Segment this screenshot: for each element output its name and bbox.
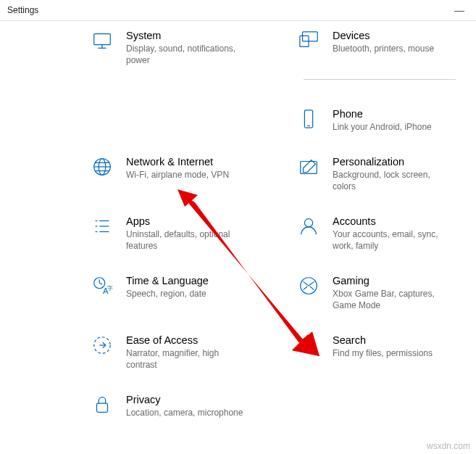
accounts-icon (296, 214, 321, 239)
category-gaming[interactable]: Gaming Xbox Game Bar, captures, Game Mod… (293, 272, 476, 313)
category-desc: Wi-Fi, airplane mode, VPN (126, 169, 229, 181)
category-system[interactable]: System Display, sound, notifications, po… (87, 27, 293, 67)
category-title: Apps (126, 214, 249, 228)
category-title: Personalization (333, 154, 456, 169)
category-title: Devices (333, 28, 434, 43)
svg-rect-31 (97, 403, 108, 412)
category-desc: Narrator, magnifier, high contrast (126, 347, 249, 371)
category-title: Accounts (333, 214, 456, 228)
category-title: Network & Internet (126, 154, 229, 169)
category-desc: Speech, region, date (126, 288, 209, 300)
category-time-language[interactable]: A字 Time & Language Speech, region, date (87, 272, 293, 313)
category-title: System (126, 28, 249, 43)
category-personalization[interactable]: Personalization Background, lock screen,… (293, 153, 476, 194)
category-desc: Link your Android, iPhone (333, 121, 432, 133)
category-network[interactable]: Network & Internet Wi-Fi, airplane mode,… (87, 153, 293, 194)
settings-home: System Display, sound, notifications, po… (0, 21, 476, 420)
category-title: Time & Language (126, 273, 209, 288)
category-ease-of-access[interactable]: Ease of Access Narrator, magnifier, high… (87, 331, 293, 372)
category-title: Search (333, 333, 433, 347)
system-icon (90, 28, 114, 53)
privacy-icon (90, 392, 114, 417)
category-desc: Xbox Game Bar, captures, Game Mode (333, 288, 456, 311)
category-title: Ease of Access (126, 333, 249, 347)
svg-rect-4 (303, 32, 318, 41)
svg-rect-0 (94, 34, 111, 45)
category-desc: Background, lock screen, colors (333, 169, 456, 192)
category-desc: Display, sound, notifications, power (126, 43, 249, 66)
category-title: Gaming (333, 273, 456, 288)
category-accounts[interactable]: Accounts Your accounts, email, sync, wor… (293, 212, 476, 253)
category-desc: Location, camera, microphone (126, 407, 243, 418)
minimize-button[interactable]: — (454, 4, 469, 16)
category-devices[interactable]: Devices Bluetooth, printers, mouse (293, 27, 476, 67)
ease-of-access-icon (90, 333, 114, 358)
apps-icon (90, 214, 114, 239)
category-desc: Your accounts, email, sync, work, family (333, 228, 456, 252)
window-title: Settings (7, 5, 38, 15)
category-privacy[interactable]: Privacy Location, camera, microphone (87, 391, 293, 420)
watermark: wsxdn.com (427, 441, 470, 451)
phone-icon (296, 107, 321, 131)
search-icon (296, 333, 321, 358)
category-title: Privacy (126, 392, 243, 407)
category-phone[interactable]: Phone Link your Android, iPhone (293, 105, 476, 134)
category-desc: Bluetooth, printers, mouse (333, 43, 434, 54)
category-title: Phone (333, 107, 432, 121)
svg-line-23 (99, 283, 102, 284)
svg-point-29 (301, 338, 312, 349)
svg-rect-6 (304, 110, 312, 128)
category-apps[interactable]: Apps Uninstall, defaults, optional featu… (87, 212, 293, 253)
svg-point-20 (304, 219, 312, 227)
svg-line-30 (311, 347, 317, 353)
gaming-icon (296, 273, 321, 298)
svg-text:字: 字 (107, 284, 113, 292)
devices-icon (296, 28, 321, 53)
category-desc: Uninstall, defaults, optional features (126, 228, 249, 252)
network-icon (90, 154, 114, 179)
personalization-icon (296, 154, 321, 179)
category-desc: Find my files, permissions (333, 347, 433, 359)
title-bar: Settings — (0, 0, 476, 21)
category-search[interactable]: Search Find my files, permissions (293, 331, 476, 372)
time-language-icon: A字 (90, 273, 114, 298)
